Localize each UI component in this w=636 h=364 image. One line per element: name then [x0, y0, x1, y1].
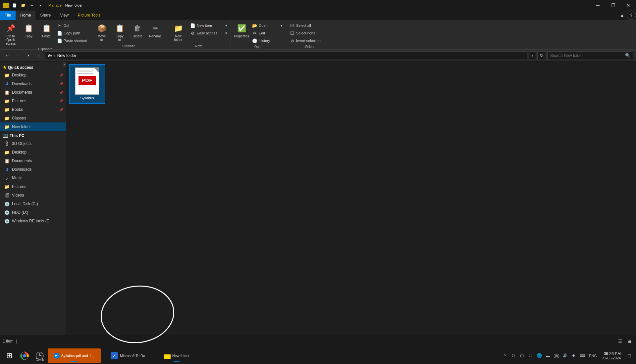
tray-wifi[interactable]: ((i)): [553, 348, 560, 363]
up-button[interactable]: ↑: [34, 51, 44, 60]
tray-chevron[interactable]: ^: [501, 348, 509, 363]
recent-button[interactable]: ▾: [24, 51, 33, 60]
cut-button[interactable]: ✂ Cut: [56, 22, 89, 29]
rename-button[interactable]: ✏ Rename: [147, 22, 164, 41]
ribbon-help-button[interactable]: ?: [627, 11, 636, 20]
address-dropdown-button[interactable]: ▾: [529, 51, 536, 60]
downloads-label: Downloads: [12, 167, 63, 172]
tab-picture-tools[interactable]: Picture Tools: [73, 11, 105, 20]
open-button[interactable]: 📂 Open ▾: [251, 22, 284, 29]
select-none-button[interactable]: ☐ Select none: [288, 29, 331, 37]
address-bar[interactable]: 🗁 › New folder: [45, 51, 527, 60]
classes-qa-icon: 📁: [4, 115, 10, 121]
sidebar-item-books-qa[interactable]: 📁 Books 📌: [0, 105, 66, 114]
taskbar-chrome[interactable]: [17, 348, 32, 363]
tray-speaker[interactable]: 🔊: [561, 348, 569, 363]
select-all-button[interactable]: ☑ Select all: [288, 22, 331, 29]
taskbar-microsoft-todo[interactable]: ✓ Microsoft To Do: [101, 348, 154, 363]
tab-view[interactable]: View: [55, 11, 73, 20]
sidebar-item-music[interactable]: ♪ Music: [0, 174, 66, 182]
documents-qa-icon: 📋: [4, 89, 10, 95]
sidebar-item-local-disk[interactable]: 💿 Local Disk (C:): [0, 200, 66, 208]
sidebar-item-documents[interactable]: 📋 Documents: [0, 157, 66, 165]
sidebar-item-windows-re[interactable]: 💿 Windows RE tools (E: [0, 217, 66, 225]
paste-button[interactable]: 📋 Paste: [38, 22, 55, 41]
tray-bluetooth[interactable]: ⬡: [518, 348, 526, 363]
sidebar-item-desktop[interactable]: 📁 Desktop: [0, 148, 66, 157]
copy-icon: 📋: [23, 23, 34, 34]
quick-access-section[interactable]: ★ Quick access: [0, 63, 66, 71]
restore-button[interactable]: ❐: [606, 0, 621, 11]
file-name-syllabus: Syllabus: [80, 96, 94, 100]
this-pc-section[interactable]: 💻 This PC: [0, 131, 66, 139]
details-view-button[interactable]: ☰: [616, 337, 624, 345]
copy-button[interactable]: 📋 Copy: [20, 22, 37, 41]
tray-network[interactable]: 🌐: [535, 348, 543, 363]
taskbar-clock[interactable]: Clock: [32, 348, 47, 363]
taskbar-edge-syllabus[interactable]: Syllabus.pdf and 1 ...: [48, 348, 101, 363]
sidebar-item-videos[interactable]: 🎬 Videos: [0, 191, 66, 200]
organize-label: Organize: [93, 44, 164, 49]
tray-defender[interactable]: 🛡: [527, 348, 535, 363]
properties-button[interactable]: ✅ Properties: [233, 22, 250, 41]
sidebar-item-3d-objects[interactable]: 🗄 3D Objects: [0, 139, 66, 148]
new-item-button[interactable]: 📄 New item ▾: [189, 22, 229, 29]
tab-share[interactable]: Share: [35, 11, 55, 20]
invert-selection-button[interactable]: ⊘ Invert selection: [288, 37, 331, 44]
taskbar-file-explorer[interactable]: New folder: [155, 348, 198, 363]
open-content: ✅ Properties 📂 Open ▾ ✏ Edit 🕐 History: [233, 22, 284, 44]
search-input[interactable]: [550, 53, 624, 58]
documents-label: Documents: [12, 159, 63, 163]
sidebar-item-new-folder-qa[interactable]: 📁 New folder: [0, 122, 66, 131]
sidebar-scroll-up[interactable]: ▲: [63, 62, 66, 67]
tab-file[interactable]: File: [0, 11, 16, 20]
refresh-button[interactable]: ↻: [537, 51, 546, 60]
file-grid: PDF Syllabus: [69, 64, 633, 104]
ribbon-collapse-button[interactable]: ▲: [617, 11, 627, 20]
move-to-button[interactable]: 📦 Move to: [93, 22, 110, 43]
history-button[interactable]: 🕐 History: [251, 37, 284, 44]
sidebar-item-classes-qa[interactable]: 📁 Classes: [0, 114, 66, 122]
sidebar-item-downloads-qa[interactable]: ⬇ Downloads 📌: [0, 79, 66, 88]
tray-clock[interactable]: 06:26 PM 31-03-2024: [600, 348, 623, 363]
tray-connect[interactable]: ⊕: [570, 348, 578, 363]
close-button[interactable]: ✕: [621, 0, 636, 11]
qat-properties[interactable]: 📄: [11, 1, 19, 9]
qat-new-folder[interactable]: 📁: [19, 1, 27, 9]
new-folder-button[interactable]: 📁 New folder: [168, 22, 188, 43]
pin-icon: 📌: [5, 23, 16, 34]
edit-button[interactable]: ✏ Edit: [251, 29, 284, 37]
chrome-icon: [20, 351, 29, 360]
status-separator: |: [16, 339, 17, 343]
sidebar-item-downloads[interactable]: ⬇ Downloads: [0, 165, 66, 174]
sidebar-item-pictures[interactable]: 📁 Pictures: [0, 182, 66, 191]
copy-path-button[interactable]: 📄 Copy path: [56, 29, 89, 37]
tray-time: 06:26 PM: [604, 351, 621, 356]
file-item-syllabus[interactable]: PDF Syllabus: [69, 64, 105, 104]
tray-keyboard[interactable]: ⌨: [578, 348, 586, 363]
paste-shortcut-button[interactable]: 📄 Paste shortcut: [56, 37, 89, 44]
tab-home[interactable]: Home: [16, 11, 35, 20]
forward-button[interactable]: →: [13, 51, 23, 60]
qat-dropdown[interactable]: ▾: [36, 1, 44, 9]
sidebar-item-documents-qa[interactable]: 📋 Documents 📌: [0, 88, 66, 97]
qat-undo[interactable]: ↩: [28, 1, 36, 9]
delete-button[interactable]: 🗑 Delete: [129, 22, 146, 41]
notification-button[interactable]: □: [624, 348, 635, 363]
large-icons-view-button[interactable]: ⊞: [625, 337, 633, 345]
sidebar-item-pictures-qa[interactable]: 📁 Pictures 📌: [0, 97, 66, 105]
sidebar-item-hdd[interactable]: 💿 HDD (D:): [0, 208, 66, 217]
back-button[interactable]: ←: [3, 51, 12, 60]
properties-icon: ✅: [236, 23, 247, 34]
tray-battery[interactable]: ▬: [544, 348, 552, 363]
start-button[interactable]: ⊞: [1, 348, 17, 363]
tray-action-center[interactable]: ⬡: [509, 348, 517, 363]
sidebar-item-desktop-qa[interactable]: 📁 Desktop 📌: [0, 71, 66, 79]
tray-lang: ENG: [587, 354, 599, 358]
windows-re-label: Windows RE tools (E: [12, 219, 63, 223]
search-bar[interactable]: 🔍: [547, 51, 633, 60]
copy-to-button[interactable]: 📋 Copy to: [111, 22, 128, 43]
easy-access-button[interactable]: ⚙ Easy access ▾: [189, 29, 229, 37]
minimize-button[interactable]: ─: [590, 0, 606, 11]
pin-to-quick-access-button[interactable]: 📌 Pin to Quick access: [2, 22, 19, 47]
